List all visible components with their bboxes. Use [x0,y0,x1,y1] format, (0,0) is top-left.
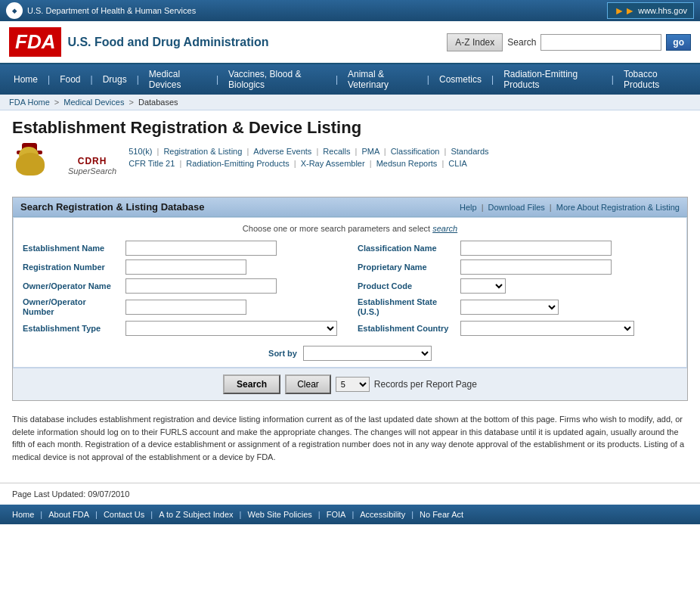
nav-sep: | [487,73,498,86]
form-row-registration-number: Registration Number [23,259,342,275]
sort-row: Sort by [23,346,677,361]
super-search-label: SuperSearch [68,166,116,176]
link-medsun[interactable]: Medsun Reports [376,159,438,168]
search-hint: Choose one or more search parameters and… [23,224,677,233]
nav-sep: | [132,73,144,86]
sort-by-select[interactable] [303,346,432,361]
link-classification[interactable]: Classification [391,147,440,156]
link-help[interactable]: Help [460,203,477,212]
nav-sep: | [212,73,223,86]
link-pma[interactable]: PMA [361,147,379,156]
link-clia[interactable]: CLIA [448,159,466,168]
disclaimer-text: This database includes establishment reg… [12,413,688,463]
registration-number-input[interactable] [125,259,246,275]
product-code-label: Product Code [358,281,456,291]
link-recalls[interactable]: Recalls [323,147,350,156]
establishment-state-select[interactable] [460,300,559,315]
gov-bar: ◆ U.S. Department of Health & Human Serv… [0,0,700,21]
establishment-country-label: Establishment Country [358,324,456,333]
search-button[interactable]: Search [223,374,280,394]
gov-bar-text: U.S. Department of Health & Human Servic… [27,6,196,15]
nav-sep: | [607,73,618,86]
nav-item-tobacco[interactable]: Tobacco Products [619,67,691,92]
nav-item-drugs[interactable]: Drugs [98,73,132,86]
form-row-establishment-type: Establishment Type [23,321,342,336]
link-510k[interactable]: 510(k) [129,147,152,156]
go-button[interactable]: go [666,34,691,51]
proprietary-name-label: Proprietary Name [358,263,456,272]
establishment-state-label: Establishment State(U.S.) [358,297,456,317]
bottom-nav: Home | About FDA | Contact Us | A to Z S… [0,505,700,524]
link-radiation-products[interactable]: Radiation-Emitting Products [186,159,289,168]
search-registration-box: Search Registration & Listing Database H… [12,197,688,401]
hhs-link[interactable]: ►► www.hhs.gov [607,2,694,19]
fda-logo-text: FDA [9,27,61,57]
form-row-establishment-state: Establishment State(U.S.) [358,297,677,317]
nav-item-cosmetics[interactable]: Cosmetics [435,73,486,86]
owner-number-label: Owner/OperatorNumber [23,297,121,317]
gov-seal-icon: ◆ [6,2,23,19]
clear-button[interactable]: Clear [285,374,331,394]
nav-bar: Home | Food | Drugs | Medical Devices | … [0,64,700,95]
link-registration-listing[interactable]: Registration & Listing [163,147,242,156]
arrow-icon: ►► [614,5,635,17]
establishment-name-input[interactable] [125,241,277,256]
sort-by-label: Sort by [268,349,297,358]
nav-sep: | [86,73,98,86]
nav-item-food[interactable]: Food [55,73,85,86]
search-box-header: Search Registration & Listing Database H… [13,197,687,217]
nav-item-vaccines[interactable]: Vaccines, Blood & Biologics [224,67,330,92]
link-standards[interactable]: Standards [451,147,488,156]
bottom-nav-foia[interactable]: FOIA [324,509,349,520]
nav-item-home[interactable]: Home [9,73,42,86]
nav-item-medical-devices[interactable]: Medical Devices [144,67,211,92]
main-content: Establishment Registration & Device List… [0,110,700,483]
establishment-country-select[interactable] [460,321,634,336]
breadcrumb-medical-devices[interactable]: Medical Devices [63,98,124,107]
cdrh-links-row1: 510(k) | Registration & Listing | Advers… [129,147,488,156]
owner-name-label: Owner/Operator Name [23,281,121,291]
link-adverse-events[interactable]: Adverse Events [253,147,311,156]
bottom-nav-accessibility[interactable]: Accessibility [357,509,408,520]
cdrh-logo-wrapper: CDRH SuperSearch [12,147,116,185]
bottom-nav-no-fear[interactable]: No Fear Act [417,509,466,520]
breadcrumb-fda-home[interactable]: FDA Home [9,98,50,107]
bottom-nav-policies[interactable]: Web Site Policies [244,509,314,520]
proprietary-name-input[interactable] [460,259,612,275]
form-right-col: Classification Name Proprietary Name Pro… [358,241,677,340]
link-cfr21[interactable]: CFR Title 21 [129,159,175,168]
cdrh-area: CDRH SuperSearch 510(k) | Registration &… [12,147,688,185]
product-code-select[interactable] [460,278,506,294]
search-box-links: Help | Download Files | More About Regis… [460,203,680,212]
records-per-page-select[interactable]: 5 10 20 50 [336,377,370,392]
search-hint-link[interactable]: search [432,224,457,233]
header-search-input[interactable] [540,34,661,51]
establishment-type-select[interactable] [125,321,337,336]
body [16,153,45,176]
owner-name-input[interactable] [125,278,277,294]
az-index-button[interactable]: A-Z Index [447,33,503,51]
bottom-nav-about[interactable]: About FDA [45,509,92,520]
classification-name-input[interactable] [460,241,612,256]
nav-sep: | [43,73,54,86]
button-row: Search Clear 5 10 20 50 Records per Repo… [13,368,687,400]
link-download-files[interactable]: Download Files [488,203,545,212]
page-updated-text: Page Last Updated: 09/07/2010 [12,489,129,499]
nav-item-animal[interactable]: Animal & Veterinary [343,67,422,92]
bottom-nav-subject-index[interactable]: A to Z Subject Index [156,509,236,520]
classification-name-label: Classification Name [358,244,456,253]
owner-number-input[interactable] [125,300,246,315]
bottom-nav-contact[interactable]: Contact Us [101,509,147,520]
cdrh-detective-icon [12,147,65,185]
nav-sep: | [331,73,342,86]
breadcrumb-sep: > [54,98,61,107]
link-more-about[interactable]: More About Registration & Listing [556,203,680,212]
search-form-grid: Establishment Name Registration Number O… [23,241,677,340]
cdrh-label: CDRH [78,156,107,166]
nav-item-radiation[interactable]: Radiation-Emitting Products [499,67,606,92]
link-xray[interactable]: X-Ray Assembler [301,159,365,168]
search-box-body: Choose one or more search parameters and… [13,217,687,368]
page-updated: Page Last Updated: 09/07/2010 [0,483,700,505]
breadcrumb: FDA Home > Medical Devices > Databases [0,95,700,110]
bottom-nav-home[interactable]: Home [9,509,37,520]
